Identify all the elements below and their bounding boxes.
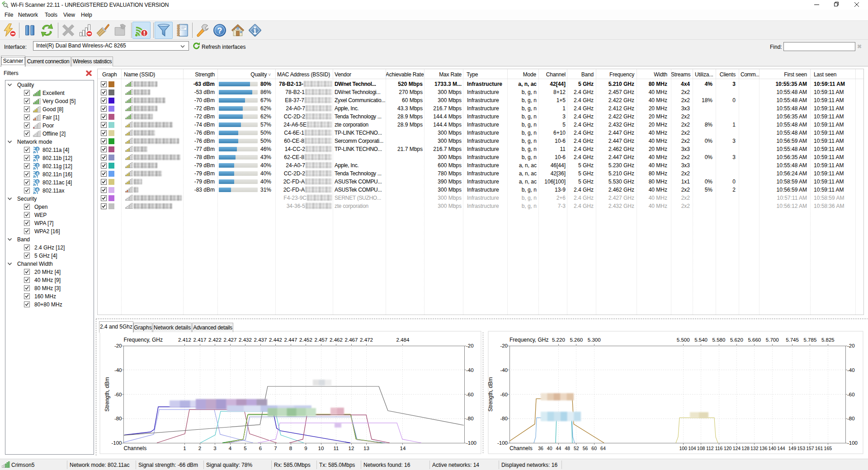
svg-text:2: 2 xyxy=(36,155,38,160)
svg-text:2.467: 2.467 xyxy=(345,337,358,343)
svg-text:40: 40 xyxy=(547,446,552,451)
svg-text:5.220: 5.220 xyxy=(552,337,565,343)
svg-text:116: 116 xyxy=(715,446,723,451)
svg-text:104: 104 xyxy=(688,446,696,451)
svg-text:140: 140 xyxy=(768,446,776,451)
svg-text:2.472: 2.472 xyxy=(360,337,373,343)
svg-text:-60: -60 xyxy=(500,392,508,397)
svg-text:4: 4 xyxy=(229,446,232,451)
svg-text:52: 52 xyxy=(574,446,579,451)
svg-text:-40: -40 xyxy=(466,367,474,373)
svg-text:60: 60 xyxy=(591,446,597,451)
svg-text:-20: -20 xyxy=(847,343,855,348)
svg-text:5.700: 5.700 xyxy=(766,337,779,343)
svg-text:-100: -100 xyxy=(111,440,122,446)
svg-text:2.447: 2.447 xyxy=(284,337,297,343)
svg-text:?: ? xyxy=(217,26,222,35)
svg-text:11: 11 xyxy=(334,446,339,451)
svg-text:5.260: 5.260 xyxy=(570,337,583,343)
svg-text:5: 5 xyxy=(36,179,38,184)
svg-text:124: 124 xyxy=(733,446,741,451)
svg-text:2.437: 2.437 xyxy=(254,337,267,343)
svg-text:5.825: 5.825 xyxy=(821,337,835,343)
svg-text:2.442: 2.442 xyxy=(269,337,282,343)
svg-text:-100: -100 xyxy=(847,440,858,446)
svg-text:2.427: 2.427 xyxy=(224,337,237,343)
svg-text:Frequency, GHz: Frequency, GHz xyxy=(509,337,548,343)
svg-text:2.462: 2.462 xyxy=(330,337,343,343)
svg-text:5.620: 5.620 xyxy=(730,337,743,343)
svg-text:5.580: 5.580 xyxy=(712,337,726,343)
svg-text:-60: -60 xyxy=(114,392,122,397)
svg-text:12: 12 xyxy=(349,446,354,451)
svg-text:-60: -60 xyxy=(466,392,474,397)
svg-text:5.300: 5.300 xyxy=(588,337,601,343)
svg-text:-20: -20 xyxy=(114,343,122,348)
svg-text:Channels: Channels xyxy=(124,445,147,451)
svg-text:153: 153 xyxy=(797,446,805,451)
svg-text:149: 149 xyxy=(788,446,797,451)
svg-text:7: 7 xyxy=(274,446,277,451)
svg-text:144: 144 xyxy=(777,446,785,451)
svg-text:-100: -100 xyxy=(497,440,508,446)
svg-text:2.457: 2.457 xyxy=(315,337,328,343)
svg-text:-40: -40 xyxy=(847,367,855,373)
svg-text:2.417: 2.417 xyxy=(193,337,207,343)
svg-text:-80: -80 xyxy=(114,416,122,421)
svg-text:5.500: 5.500 xyxy=(677,337,690,343)
svg-text:Strength, dBm: Strength, dBm xyxy=(104,377,110,412)
svg-text:5.540: 5.540 xyxy=(694,337,708,343)
svg-text:2: 2 xyxy=(198,446,201,451)
svg-text:-80: -80 xyxy=(500,416,508,421)
svg-text:56: 56 xyxy=(583,446,588,451)
svg-text:100: 100 xyxy=(679,446,687,451)
svg-text:-80: -80 xyxy=(466,416,474,421)
svg-text:136: 136 xyxy=(760,446,768,451)
svg-text:6: 6 xyxy=(259,446,262,451)
svg-text:-100: -100 xyxy=(466,440,476,446)
svg-text:10: 10 xyxy=(318,446,324,451)
svg-text:9: 9 xyxy=(304,446,307,451)
svg-text:Channels: Channels xyxy=(509,445,533,451)
svg-text:8: 8 xyxy=(289,446,292,451)
svg-text:120: 120 xyxy=(724,446,732,451)
svg-text:-80: -80 xyxy=(847,416,855,421)
svg-text:3: 3 xyxy=(36,147,38,151)
svg-text:2.412: 2.412 xyxy=(178,337,191,343)
svg-text:3: 3 xyxy=(213,446,216,451)
svg-text:161: 161 xyxy=(815,446,823,451)
svg-text:-40: -40 xyxy=(500,367,508,373)
svg-text:5.660: 5.660 xyxy=(748,337,761,343)
svg-text:112: 112 xyxy=(706,446,714,451)
svg-text:44: 44 xyxy=(556,446,561,451)
svg-text:4: 4 xyxy=(36,171,38,176)
svg-text:13: 13 xyxy=(363,446,369,451)
svg-text:128: 128 xyxy=(741,446,750,451)
svg-text:2.422: 2.422 xyxy=(208,337,222,343)
svg-text:5.785: 5.785 xyxy=(804,337,817,343)
svg-text:-40: -40 xyxy=(114,367,122,373)
svg-text:108: 108 xyxy=(697,446,705,451)
svg-text:36: 36 xyxy=(538,446,543,451)
svg-text:3: 3 xyxy=(36,163,38,168)
svg-text:-20: -20 xyxy=(466,343,474,348)
svg-text:14: 14 xyxy=(400,446,406,451)
svg-text:165: 165 xyxy=(824,446,832,451)
svg-text:2.484: 2.484 xyxy=(396,337,410,343)
svg-text:-60: -60 xyxy=(847,392,855,397)
svg-text:2.452: 2.452 xyxy=(299,337,312,343)
svg-text:Strength, dBm: Strength, dBm xyxy=(487,377,494,412)
svg-text:5.745: 5.745 xyxy=(786,337,799,343)
svg-text:Frequency, GHz: Frequency, GHz xyxy=(124,337,163,343)
svg-text:48: 48 xyxy=(565,446,570,451)
svg-text:64: 64 xyxy=(600,446,606,451)
svg-text:132: 132 xyxy=(750,446,759,451)
svg-text:6: 6 xyxy=(36,188,38,192)
svg-text:2.432: 2.432 xyxy=(239,337,252,343)
svg-text:5: 5 xyxy=(244,446,246,451)
svg-text:157: 157 xyxy=(806,446,814,451)
svg-text:-20: -20 xyxy=(500,343,508,348)
svg-text:1: 1 xyxy=(183,446,186,451)
